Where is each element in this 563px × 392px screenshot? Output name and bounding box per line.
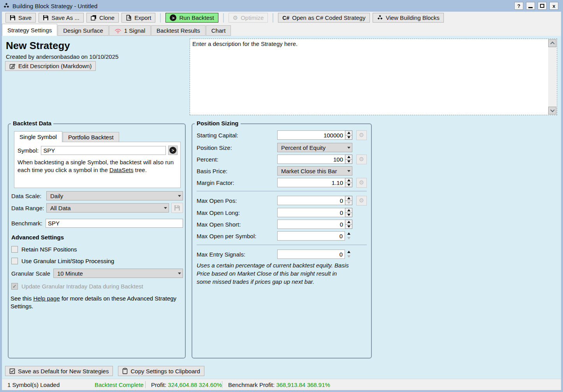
run-backtest-label: Run Backtest [179,14,214,21]
max-open-short-input[interactable] [277,220,345,229]
profit-value: 324,604.88 324.60% [168,381,222,388]
save-button[interactable]: Save [5,13,36,23]
copy-settings-button[interactable]: Copy Settings to Clipboard [118,366,204,376]
margin-factor-row: Margin Factor: ⚙ [197,178,367,187]
spin-up-button[interactable] [345,155,352,160]
max-open-per-symbol-input[interactable] [277,231,345,241]
run-icon: > [170,14,176,21]
clone-button[interactable]: Clone [86,13,119,23]
dropdown-arrow-icon [178,272,181,274]
tab-portfolio-backtest[interactable]: Portfolio Backtest [63,132,119,142]
help-page-link[interactable]: Help page [33,295,60,302]
max-open-pos-gear-button[interactable]: ⚙ [356,196,367,206]
spin-up-button[interactable] [345,131,352,135]
benchmark-input[interactable] [46,219,183,228]
tab-chart[interactable]: Chart [206,25,231,36]
update-granular-checkbox[interactable]: ✓ [11,283,18,290]
tab-strategy-settings[interactable]: Strategy Settings [2,24,57,36]
created-by-text: Created by andersonbasdao on 10/10/2025 [6,53,118,60]
position-size-select[interactable]: Percent of Equity [277,143,352,152]
starting-capital-input[interactable] [277,130,345,140]
open-csharp-button[interactable]: C# Open as C# Coded Strategy [278,13,369,23]
help-button[interactable]: ? [514,2,523,10]
percent-input[interactable] [277,155,345,164]
tab-bar: Strategy Settings Design Surface 1 Signa… [2,24,561,36]
toolbar-separator [223,13,224,23]
description-editor[interactable]: Enter a description for the Strategy her… [190,39,557,115]
save-default-button[interactable]: Save as Default for New Strategies [5,366,113,376]
view-building-blocks-button[interactable]: View Building Blocks [373,13,444,23]
tab-backtest-results[interactable]: Backtest Results [151,25,206,36]
save-as-button[interactable]: Save As ... [39,13,84,23]
max-open-long-label: Max Open Long: [197,209,277,216]
spin-down-button[interactable] [345,225,352,229]
spin-down-button[interactable] [345,135,352,140]
edit-description-button[interactable]: Edit Description (Markdown) [5,61,96,71]
symbol-input[interactable] [41,146,166,155]
spin-up-button[interactable] [345,196,352,201]
spin-down-button[interactable] [345,183,352,187]
save-data-range-button[interactable] [171,203,183,213]
run-backtest-button[interactable]: > Run Backtest [165,13,218,23]
maximize-button[interactable] [538,2,547,10]
granular-scale-select[interactable]: 10 Minute [53,269,183,278]
data-range-select[interactable]: All Data [46,203,169,213]
spin-down-button[interactable] [345,160,352,164]
csharp-icon: C# [282,15,289,21]
scroll-up-button[interactable] [548,39,556,47]
spin-up-button[interactable] [345,250,352,254]
spin-down-button[interactable] [345,201,352,205]
export-button[interactable]: Export [121,13,155,23]
spin-down-button[interactable] [345,254,352,259]
spinner-buttons [345,155,352,164]
percent-row: Percent: ⚙ [197,155,367,164]
max-open-per-symbol-stepper [277,231,352,241]
window-title: Building Block Strategy - Untitled [12,3,97,9]
position-sizing-title: Position Sizing [195,120,241,127]
data-scale-row: Data Scale: Daily [11,191,183,200]
percent-gear-button[interactable]: ⚙ [356,155,367,164]
close-button[interactable]: x [549,2,558,10]
margin-factor-input[interactable] [277,178,345,187]
spin-up-button[interactable] [345,231,352,236]
clipboard-icon [122,368,128,374]
spin-down-button[interactable] [345,236,352,241]
footer-buttons: Save as Default for New Strategies Copy … [5,366,204,376]
save-label: Save [18,14,32,21]
profit-label: Profit: [151,381,166,388]
position-size-row: Position Size: Percent of Equity [197,143,367,152]
optimize-button[interactable]: ⚙ Optimize [229,13,268,23]
data-scale-select[interactable]: Daily [46,191,183,200]
tab-signal[interactable]: 1 Signal [109,25,151,36]
granular-scale-row: Granular Scale 10 Minute [11,269,183,278]
max-open-short-row: Max Open Short: [197,220,367,229]
max-open-pos-input[interactable] [277,196,345,205]
minimize-button[interactable] [526,2,535,10]
spin-up-button[interactable] [345,178,352,183]
description-scrollbar[interactable] [548,39,556,114]
max-entry-signals-input[interactable] [277,250,345,259]
datasets-link[interactable]: DataSets [109,167,134,173]
max-open-per-symbol-label: Max Open per Symbol: [197,233,277,239]
symbol-go-button[interactable]: > [168,146,178,155]
margin-factor-gear-button[interactable]: ⚙ [356,178,367,188]
max-entry-signals-row: Max Entry Signals: [197,250,367,259]
spin-up-button[interactable] [345,208,352,213]
help-icon: ? [517,3,521,9]
scroll-down-button[interactable] [548,107,556,114]
spinner-buttons [345,130,352,140]
edit-description-label: Edit Description (Markdown) [18,63,91,69]
backtest-data-group: Backtest Data Single Symbol Portfolio Ba… [8,123,186,359]
starting-capital-gear-button[interactable]: ⚙ [356,130,367,140]
retain-nsf-row: Retain NSF Positions [11,246,77,253]
window-controls: ? x [514,2,561,10]
basis-price-select[interactable]: Market Close this Bar [277,166,352,176]
checked-box-icon [9,368,15,374]
spin-up-button[interactable] [345,220,352,225]
retain-nsf-checkbox[interactable] [11,246,18,253]
tab-design-surface[interactable]: Design Surface [58,25,109,36]
granular-processing-checkbox[interactable] [11,258,18,264]
max-open-long-input[interactable] [277,208,345,217]
spin-down-button[interactable] [345,213,352,217]
tab-single-symbol[interactable]: Single Symbol [14,131,62,142]
